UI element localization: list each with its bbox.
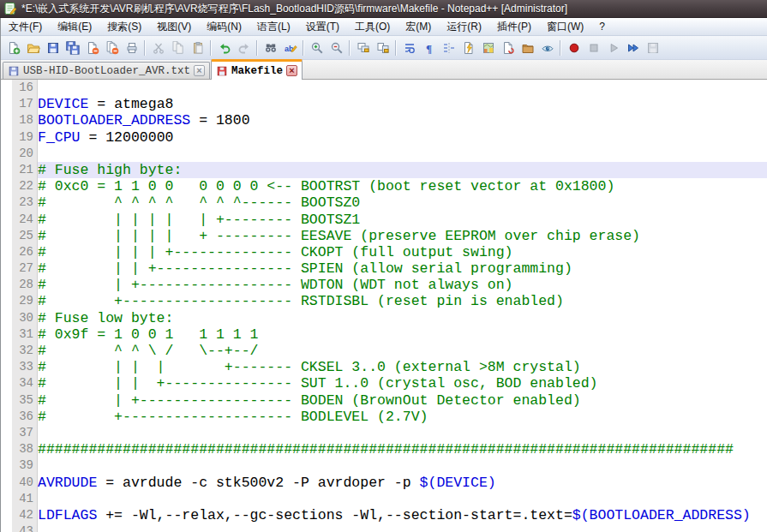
- menu-item-view[interactable]: 视图(V): [149, 17, 199, 37]
- document-map-button[interactable]: [478, 39, 498, 57]
- print-button[interactable]: [122, 39, 141, 57]
- code-line: 20: [1, 146, 767, 162]
- code-segment: $(BOOTLOADER_ADDRESS): [572, 507, 751, 523]
- menu-item-encoding[interactable]: 编码(N): [199, 17, 249, 37]
- line-number: 30: [12, 310, 38, 326]
- code-text: # | | | +------- CKSEL 3..0 (external >8…: [38, 359, 767, 375]
- word-wrap-button[interactable]: [399, 39, 419, 57]
- code-segment: DEVICE: [38, 96, 88, 112]
- code-line: 28# | +------------------ WDTON (WDT not…: [1, 277, 767, 293]
- menu-item-plugins[interactable]: 插件(P): [489, 17, 539, 37]
- code-segment: # | | +---------------- SPIEN (allow ser…: [38, 260, 572, 277]
- menu-item-settings[interactable]: 设置(T): [298, 17, 347, 37]
- macro-save-button[interactable]: [643, 39, 662, 57]
- document-map-icon: [482, 41, 495, 55]
- line-number: 37: [12, 425, 38, 441]
- folder-as-workspace-button[interactable]: [518, 39, 537, 57]
- code-segment: # +-------------------- BODLEVEL (2.7V): [38, 409, 428, 425]
- save-button[interactable]: [43, 39, 63, 57]
- line-number: 25: [12, 228, 38, 244]
- copy-button[interactable]: [168, 39, 188, 57]
- new-file-button[interactable]: [3, 39, 23, 57]
- zoom-in-icon: [310, 41, 324, 55]
- line-number: 43: [12, 523, 38, 532]
- menu-item-search[interactable]: 搜索(S): [99, 17, 149, 37]
- toolbar-separator: [303, 40, 304, 56]
- menu-item-language[interactable]: 语言(L): [249, 17, 298, 37]
- line-number: 41: [12, 491, 38, 507]
- bookmark-margin-cell: [1, 277, 12, 293]
- code-text: # | +------------------ BODEN (BrownOut …: [38, 392, 767, 409]
- code-text: BOOTLOADER_ADDRESS = 1800: [38, 112, 767, 129]
- bookmark-margin-cell: [1, 375, 12, 392]
- function-completion-button[interactable]: [458, 39, 478, 57]
- code-segment: # | | +--------------- SUT 1..0 (crystal…: [38, 375, 598, 392]
- code-line: 34# | | +--------------- SUT 1..0 (cryst…: [1, 375, 767, 392]
- tab-makefile[interactable]: Makefile×: [211, 59, 303, 80]
- code-text: # Fuse low byte:: [38, 310, 767, 326]
- zoom-out-button[interactable]: [327, 39, 346, 57]
- redo-button[interactable]: [234, 39, 254, 57]
- menu-item-file[interactable]: 文件(F): [1, 17, 50, 37]
- code-line: 33# | | | +------- CKSEL 3..0 (external …: [1, 359, 767, 375]
- menu-item-run[interactable]: 运行(R): [439, 17, 489, 37]
- line-number: 34: [12, 375, 38, 392]
- bookmark-margin-cell: [1, 194, 12, 211]
- code-text: # +-------------------- BODLEVEL (2.7V): [38, 409, 767, 425]
- sync-horizontal-button[interactable]: [373, 39, 392, 57]
- code-line: 26# | | | +-------------- CKOPT (full ou…: [1, 244, 767, 260]
- document-switcher-button[interactable]: [498, 39, 518, 57]
- bookmark-margin-cell: [1, 80, 12, 96]
- paste-button[interactable]: [188, 39, 207, 57]
- bookmark-margin-cell: [1, 359, 12, 375]
- macro-record-button[interactable]: [564, 39, 584, 57]
- code-segment: # Fuse high byte:: [38, 162, 182, 178]
- menu-item-macro[interactable]: 宏(M): [398, 17, 439, 37]
- indent-guide-button[interactable]: [439, 39, 458, 57]
- code-text: LDFLAGS += -Wl,--relax,--gc-sections -Wl…: [38, 507, 767, 523]
- print-icon: [125, 41, 139, 55]
- open-file-button[interactable]: [23, 39, 43, 57]
- undo-button[interactable]: [214, 39, 234, 57]
- code-segment: $(DEVICE): [420, 475, 496, 491]
- bookmark-margin-cell: [1, 392, 12, 409]
- tab-usb-hid-bootloader-avr-txt[interactable]: USB-HID-BootLoader_AVR.txt×: [3, 62, 210, 79]
- file-monitoring-button[interactable]: [537, 39, 557, 57]
- function-completion-icon: [462, 41, 476, 55]
- cut-button[interactable]: [148, 39, 168, 57]
- toolbar-separator: [349, 40, 351, 56]
- code-segment: # | +------------------ WDTON (WDT not a…: [38, 277, 513, 293]
- macro-stop-button[interactable]: [584, 39, 603, 57]
- save-all-button[interactable]: [63, 39, 82, 57]
- menu-item-edit[interactable]: 编辑(E): [50, 17, 99, 37]
- close-all-button[interactable]: [102, 39, 122, 57]
- tab-close-button[interactable]: ×: [286, 65, 297, 76]
- menu-item-window[interactable]: 窗口(W): [539, 17, 591, 37]
- code-text: DEVICE = atmega8: [38, 96, 767, 112]
- editor-pane[interactable]: 1617DEVICE = atmega818BOOTLOADER_ADDRESS…: [1, 80, 767, 532]
- code-line: 24# | | | | | +-------- BOOTSZ1: [1, 212, 767, 228]
- title-bar[interactable]: *E:\嵌入式系统开发\AVR刷机程序\AVR烧写程序\FLash_Bootlo…: [0, 0, 767, 18]
- show-all-characters-button[interactable]: ¶: [419, 39, 439, 57]
- line-number: 19: [12, 129, 38, 146]
- bookmark-margin-cell: [1, 178, 12, 194]
- zoom-in-button[interactable]: [307, 39, 327, 57]
- line-number: 20: [12, 146, 38, 162]
- sync-vertical-icon: [357, 41, 370, 55]
- replace-button[interactable]: ab: [280, 39, 300, 57]
- line-number: 24: [12, 212, 38, 228]
- tab-close-button[interactable]: ×: [194, 65, 205, 76]
- find-button[interactable]: [261, 39, 280, 57]
- line-number: 38: [12, 441, 38, 457]
- replace-icon: ab: [284, 41, 297, 55]
- macro-play-button[interactable]: [603, 39, 623, 57]
- line-number: 36: [12, 409, 38, 425]
- menu-item-help[interactable]: ?: [591, 18, 613, 35]
- menu-item-tools[interactable]: 工具(O): [347, 17, 398, 37]
- macro-run-multiple-button[interactable]: [623, 39, 643, 57]
- line-number: 23: [12, 194, 38, 211]
- sync-vertical-button[interactable]: [353, 39, 373, 57]
- close-button[interactable]: [82, 39, 102, 57]
- code-text: # 0xc0 = 1 1 0 0 0 0 0 0 <-- BOOTRST (bo…: [38, 178, 767, 194]
- code-line: 27# | | +---------------- SPIEN (allow s…: [1, 260, 767, 277]
